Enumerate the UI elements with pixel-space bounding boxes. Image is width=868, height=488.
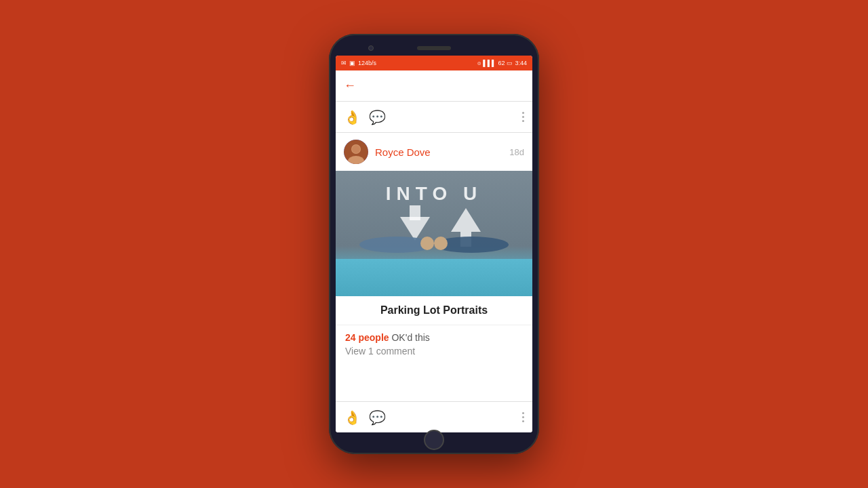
three-dots-icon-bottom [522, 412, 524, 422]
dot3 [522, 120, 524, 122]
comment-icon-bottom[interactable]: 💬 [369, 409, 386, 426]
user-name[interactable]: Royce Dove [375, 146, 502, 158]
battery-icon: ▭ [507, 60, 513, 66]
post-header: Royce Dove 18d [336, 133, 532, 171]
avatar [344, 140, 368, 164]
time-display: 3:44 [515, 60, 527, 66]
parking-scene: INTO U [336, 171, 532, 296]
more-options-bottom[interactable] [522, 412, 524, 422]
phone-camera [368, 45, 374, 51]
blue-ground [336, 259, 532, 296]
parking-lot-text: INTO U [386, 183, 482, 205]
svg-point-3 [352, 145, 360, 153]
view-comments[interactable]: View 1 comment [345, 346, 523, 357]
people-svg [336, 223, 532, 264]
battery-level: 62 [498, 60, 505, 66]
dot6 [522, 420, 524, 422]
speed-text: 124b/s [358, 60, 376, 66]
engagement-section: 24 people OK'd this View 1 comment [336, 325, 532, 361]
post-title: Parking Lot Portraits [336, 296, 532, 325]
dot4 [522, 412, 524, 414]
likes-row: 24 people OK'd this [345, 332, 523, 343]
bottom-action-bar: 👌 💬 [336, 401, 532, 432]
svg-point-5 [420, 237, 434, 250]
status-left: ✉ ▣ 124b/s [341, 60, 376, 66]
notification-icon: ✉ [341, 60, 347, 66]
three-dots-icon-top [522, 112, 524, 122]
likes-text: OK'd this [391, 332, 429, 343]
wifi-icon: ⌾ [477, 60, 481, 66]
comment-icon-top[interactable]: 💬 [369, 109, 386, 125]
dot2 [522, 116, 524, 118]
phone-device: ✉ ▣ 124b/s ⌾ ▌▌▌ 62 ▭ 3:44 ← 👌 💬 [329, 34, 539, 454]
home-button[interactable] [424, 430, 444, 450]
phone-top-bar [336, 41, 532, 56]
top-action-bar: 👌 💬 [336, 102, 532, 133]
dot5 [522, 416, 524, 418]
phone-screen: ✉ ▣ 124b/s ⌾ ▌▌▌ 62 ▭ 3:44 ← 👌 💬 [336, 56, 532, 432]
status-right: ⌾ ▌▌▌ 62 ▭ 3:44 [477, 60, 527, 66]
dot1 [522, 112, 524, 114]
app-bar: ← [336, 70, 532, 102]
post-time: 18d [509, 147, 524, 157]
post-image: INTO U [336, 171, 532, 296]
phone-speaker [417, 46, 451, 50]
back-button[interactable]: ← [344, 79, 356, 93]
phone-bottom-bar [336, 432, 532, 447]
signal-bars: ▌▌▌ [483, 60, 496, 66]
ok-hand-icon-bottom[interactable]: 👌 [344, 409, 361, 426]
likes-count: 24 people [345, 332, 389, 343]
post-container: Royce Dove 18d INTO U [336, 133, 532, 432]
gallery-icon: ▣ [349, 60, 355, 66]
status-bar: ✉ ▣ 124b/s ⌾ ▌▌▌ 62 ▭ 3:44 [336, 56, 532, 70]
svg-point-7 [434, 237, 448, 250]
more-options-top[interactable] [522, 112, 524, 122]
ok-hand-icon-top[interactable]: 👌 [344, 109, 361, 125]
avatar-svg [344, 140, 368, 164]
